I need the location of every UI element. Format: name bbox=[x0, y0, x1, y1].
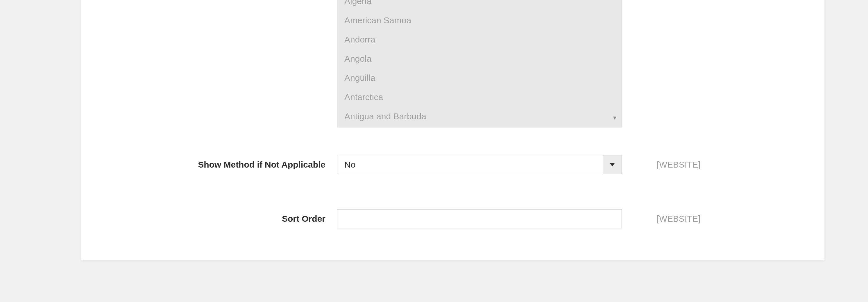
sort-order-scope: [WEBSITE] bbox=[622, 214, 701, 224]
show-method-label: Show Method if Not Applicable bbox=[99, 160, 337, 170]
show-method-select[interactable]: No bbox=[337, 155, 622, 174]
country-option[interactable]: Angola bbox=[344, 49, 615, 68]
sort-order-label: Sort Order bbox=[99, 214, 337, 224]
row-sort-order: Sort Order [WEBSITE] bbox=[81, 209, 825, 228]
settings-panel: Albania Algeria American Samoa Andorra A… bbox=[81, 0, 825, 260]
chevron-down-icon bbox=[610, 163, 615, 166]
country-option[interactable]: Algeria bbox=[344, 0, 615, 11]
countries-multiselect[interactable]: Albania Algeria American Samoa Andorra A… bbox=[337, 0, 622, 128]
row-show-method: Show Method if Not Applicable No [WEBSIT… bbox=[81, 155, 825, 174]
country-option[interactable]: Andorra bbox=[344, 30, 615, 49]
show-method-scope: [WEBSITE] bbox=[622, 160, 701, 170]
row-ship-to-specific-countries: Albania Algeria American Samoa Andorra A… bbox=[81, 0, 825, 128]
show-method-dropdown-button[interactable] bbox=[603, 155, 622, 174]
sort-order-input[interactable] bbox=[337, 209, 622, 228]
country-option[interactable]: Anguilla bbox=[344, 68, 615, 88]
show-method-value[interactable]: No bbox=[337, 155, 622, 174]
svg-marker-0 bbox=[610, 163, 615, 166]
country-option[interactable]: American Samoa bbox=[344, 11, 615, 30]
country-option[interactable]: Antarctica bbox=[344, 88, 615, 107]
country-option[interactable]: Antigua and Barbuda bbox=[344, 107, 615, 126]
